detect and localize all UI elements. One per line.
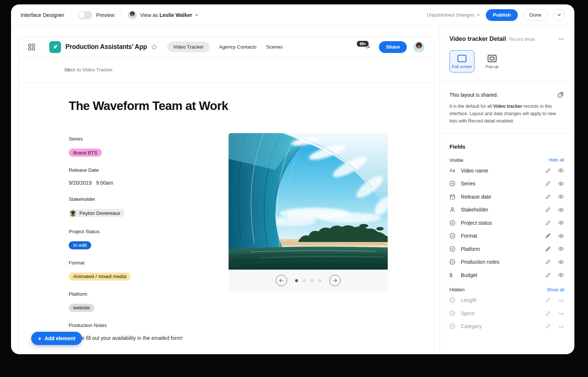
hidden-label: Hidden <box>449 287 465 292</box>
done-button[interactable]: Done <box>523 9 548 21</box>
more-options-chevron-button[interactable] <box>553 9 565 21</box>
field-format: Format Animated / mixed media <box>69 260 229 281</box>
avatar-photo <box>413 42 424 53</box>
shared-layout-icon[interactable] <box>557 91 564 98</box>
edit-field-icon[interactable] <box>545 297 551 303</box>
field-row-length[interactable]: Length <box>449 294 564 307</box>
carousel-dot[interactable] <box>318 279 321 282</box>
toggle-knob <box>78 12 85 18</box>
tab-agency-contacts[interactable]: Agency Contacts <box>219 42 257 52</box>
series-value-pill: Brand BTS <box>69 149 102 157</box>
visible-fields-section-header: Visible Hide all <box>449 156 564 164</box>
single-select-icon <box>449 220 458 226</box>
visibility-eye-icon[interactable] <box>558 272 564 278</box>
field-row-project-status[interactable]: Project status <box>449 216 564 230</box>
edit-disabled-icon[interactable] <box>545 246 551 252</box>
panel-more-options-icon[interactable] <box>558 36 564 42</box>
publish-button[interactable]: Publish <box>486 9 518 21</box>
favorite-star-icon[interactable] <box>151 43 158 50</box>
carousel-dot[interactable] <box>295 279 298 282</box>
app-header-actions: 99+ Share <box>363 41 424 53</box>
project-status-value-pill: In edit <box>69 241 91 249</box>
field-row-spent[interactable]: Spent <box>449 307 564 320</box>
view-as-avatar[interactable] <box>128 11 137 19</box>
carousel-dot[interactable] <box>311 279 313 282</box>
stakeholder-name: Peyton Devereaux <box>79 210 120 216</box>
field-row-video-name[interactable]: Aa Video name <box>449 164 564 177</box>
field-row-release-date[interactable]: Release date <box>449 190 564 203</box>
visibility-eye-icon[interactable] <box>558 220 564 226</box>
edit-field-icon[interactable] <box>545 168 551 174</box>
field-row-stakeholder[interactable]: Stakeholder <box>449 203 564 217</box>
field-label: Production Notes <box>69 323 229 328</box>
visibility-eye-icon[interactable] <box>558 193 564 200</box>
edit-field-icon[interactable] <box>545 220 551 226</box>
single-select-icon <box>449 246 458 252</box>
single-select-icon <box>449 181 458 186</box>
visible-fields-list: Aa Video name Series Release date <box>449 164 564 282</box>
edit-field-icon[interactable] <box>545 310 551 316</box>
panel-title: Video tracker Detail <box>449 35 506 42</box>
shared-text-bold: Video tracker <box>493 104 522 109</box>
field-row-series[interactable]: Series <box>449 177 564 191</box>
app-grid-icon[interactable] <box>28 43 36 51</box>
layout-option-full-screen[interactable]: Full screen <box>449 50 474 72</box>
arrow-left-icon <box>279 278 284 283</box>
hidden-fields-section-header: Hidden Show all <box>449 286 564 294</box>
edit-field-icon[interactable] <box>545 194 551 200</box>
field-label: Series <box>69 136 229 142</box>
back-arrow-icon[interactable] <box>66 66 73 74</box>
visibility-eye-icon[interactable] <box>558 233 564 239</box>
field-row-label: Production notes <box>461 259 499 265</box>
visibility-eye-icon[interactable] <box>558 181 564 187</box>
record-fields-column: Series Brand BTS Release Date 9/20/2019 … <box>69 133 229 352</box>
divider <box>121 11 121 19</box>
app-rocket-icon <box>49 41 61 53</box>
carousel-prev-button[interactable] <box>276 275 287 286</box>
edit-disabled-icon[interactable] <box>545 233 551 239</box>
edit-field-icon[interactable] <box>545 207 551 213</box>
visibility-eye-icon[interactable] <box>558 246 564 252</box>
notifications-bell-icon[interactable]: 99+ <box>363 43 372 51</box>
field-row-label: Release date <box>461 194 491 200</box>
field-row-format[interactable]: Format <box>449 230 564 243</box>
visibility-eye-icon[interactable] <box>558 259 564 265</box>
user-avatar[interactable] <box>413 42 424 53</box>
edit-field-icon[interactable] <box>545 272 551 278</box>
field-label: Stakeholder <box>69 196 229 202</box>
show-all-link[interactable]: Show all <box>547 287 564 292</box>
field-row-production-notes[interactable]: Production notes <box>449 256 564 269</box>
field-row-category[interactable]: Category <box>449 320 564 333</box>
add-element-button[interactable]: + Add element <box>31 332 82 345</box>
visibility-eye-icon[interactable] <box>558 167 564 174</box>
visibility-eye-off-icon[interactable] <box>558 310 564 316</box>
unpublished-changes-menu[interactable]: Unpublished changes <box>427 12 481 18</box>
carousel-next-button[interactable] <box>329 275 341 286</box>
visibility-eye-icon[interactable] <box>558 207 564 213</box>
edit-field-icon[interactable] <box>545 181 551 186</box>
hide-all-link[interactable]: Hide all <box>549 157 564 163</box>
tab-video-tracker[interactable]: Video Tracker <box>167 42 209 52</box>
interface-app-header: Production Assistants’ App Video Tracker… <box>19 37 433 57</box>
layout-option-pop-up[interactable]: Pop-up <box>480 50 505 72</box>
view-as-control[interactable]: View as Leslie Walker <box>140 12 192 18</box>
carousel-dot[interactable] <box>303 279 306 282</box>
field-label: Project Status <box>69 229 229 234</box>
visibility-eye-off-icon[interactable] <box>558 323 564 330</box>
stakeholder-value-pill: Peyton Devereaux <box>69 209 125 217</box>
edit-field-icon[interactable] <box>545 259 551 265</box>
release-date-value: 9/20/2019 9:00am <box>69 180 229 186</box>
tab-scenes[interactable]: Scenes <box>266 42 283 52</box>
field-series: Series Brand BTS <box>69 136 229 157</box>
hidden-fields-list: Length Spent Category <box>449 294 564 333</box>
edit-field-icon[interactable] <box>545 323 551 329</box>
format-value-pill: Animated / mixed media <box>69 273 131 281</box>
field-row-platform[interactable]: Platform <box>449 242 564 256</box>
share-button[interactable]: Share <box>379 41 407 53</box>
divider <box>440 134 574 134</box>
single-select-icon <box>449 310 458 316</box>
visibility-eye-off-icon[interactable] <box>558 297 564 303</box>
preview-toggle[interactable] <box>78 11 92 19</box>
record-detail-body: The Waveform Team at Work Series Brand B… <box>19 83 433 352</box>
field-row-budget[interactable]: $ Budget <box>449 268 564 282</box>
